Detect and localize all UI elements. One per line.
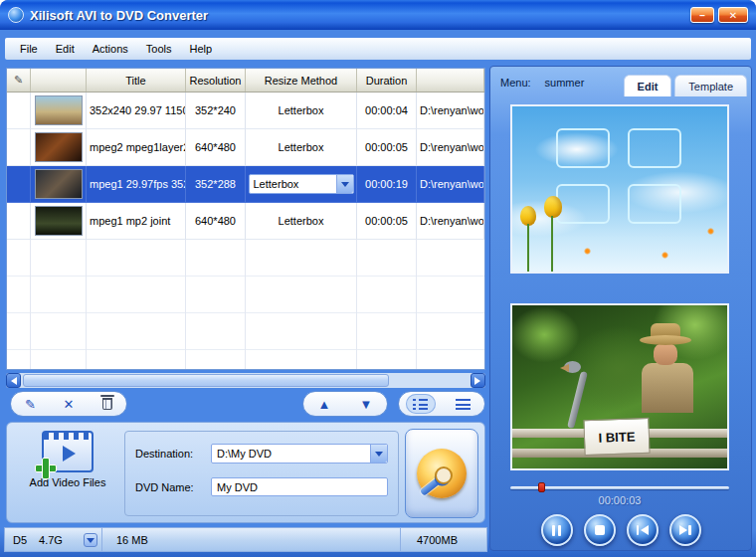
trash-icon [102, 398, 112, 410]
tab-template[interactable]: Template [674, 75, 747, 96]
template-frame [628, 184, 681, 224]
row-resize-method: Letterbox [246, 93, 357, 129]
stop-button[interactable] [584, 514, 616, 546]
title-bar[interactable]: Xilisoft AVI to DVD Converter – ✕ [0, 0, 756, 30]
row-path: D:\renyan\wor [417, 203, 484, 240]
tab-edit[interactable]: Edit [624, 75, 672, 96]
table-row-selected[interactable]: mpeg1 29.97fps 352 352*288 Letterbox 00:… [7, 166, 484, 203]
edit-icon: ✎ [25, 397, 36, 412]
menu-tools[interactable]: Tools [137, 40, 181, 58]
detail-view-icon [413, 399, 428, 410]
destination-value: D:\My DVD [212, 448, 370, 460]
pause-button[interactable] [541, 514, 573, 546]
video-preview: I BITE [510, 303, 729, 470]
clear-button[interactable] [93, 394, 122, 414]
total-size: 4700MB [417, 534, 458, 546]
minimize-button[interactable]: – [690, 7, 714, 23]
remove-button[interactable]: ✕ [54, 394, 84, 414]
disc-size-dropdown[interactable] [84, 533, 97, 547]
table-row[interactable]: 352x240 29.97 1150 352*240 Letterbox 00:… [7, 93, 484, 129]
edit-tools-group: ✎ ✕ [10, 391, 127, 417]
down-arrow-icon: ▼ [360, 397, 373, 412]
thumbnail-column-header[interactable] [31, 69, 87, 92]
man [642, 363, 693, 413]
path-column-header[interactable] [417, 69, 484, 92]
seek-handle[interactable] [538, 482, 545, 492]
row-title: 352x240 29.97 1150 [87, 93, 186, 129]
close-button[interactable]: ✕ [718, 7, 748, 23]
menu-file[interactable]: File [11, 40, 47, 58]
burn-disc-icon [417, 449, 467, 498]
view-tools-group [398, 391, 485, 417]
burn-button[interactable] [405, 429, 478, 518]
menu-help[interactable]: Help [180, 40, 221, 58]
row-resolution: 352*240 [186, 93, 246, 129]
window-controls: – ✕ [690, 7, 748, 23]
move-down-button[interactable]: ▼ [351, 394, 381, 414]
flower-sparkle [584, 248, 591, 255]
skip-back-icon [637, 525, 640, 535]
scroll-left-icon[interactable] [6, 373, 21, 388]
horizontal-scrollbar[interactable] [6, 373, 485, 388]
output-panel: Add Video Files Destination: D:\My DVD D… [6, 422, 485, 523]
destination-label: Destination: [135, 448, 193, 460]
skip-forward-icon [679, 525, 687, 535]
resolution-column-header[interactable]: Resolution [186, 69, 246, 92]
edit-button[interactable]: ✎ [15, 394, 45, 414]
template-frame [628, 128, 681, 168]
total-size-segment: 4700MB [401, 528, 486, 551]
row-resolution: 640*480 [186, 203, 246, 240]
template-frame [556, 184, 610, 224]
edit-column-header[interactable]: ✎ [7, 69, 31, 92]
preview-panel: Menu: summer Edit Template [489, 66, 752, 551]
row-title: mpeg1 29.97fps 352 [87, 166, 186, 203]
toolbar: ✎ ✕ ▲ ▼ [6, 391, 485, 419]
pause-icon [552, 525, 555, 536]
move-up-button[interactable]: ▲ [309, 394, 339, 414]
bite-sign: I BITE [583, 418, 650, 456]
disc-size: 4.7G [39, 534, 63, 546]
table-row[interactable]: mpeg2 mpeg1layer2 640*480 Letterbox 00:0… [7, 129, 484, 166]
menu-edit[interactable]: Edit [47, 40, 84, 58]
playback-controls [490, 514, 751, 546]
title-column-header[interactable]: Title [87, 69, 186, 92]
list-view-icon [456, 399, 471, 410]
row-path: D:\renyan\wor [417, 93, 484, 129]
app-icon [8, 7, 24, 23]
menu-actions[interactable]: Actions [84, 40, 137, 58]
row-duration: 00:00:05 [357, 129, 417, 166]
detail-view-button[interactable] [406, 394, 436, 414]
menu-template-name: summer [545, 77, 585, 89]
wrench-icon [420, 473, 446, 496]
dropdown-arrow-icon[interactable] [336, 175, 353, 193]
app-window: Xilisoft AVI to DVD Converter – ✕ File E… [0, 0, 756, 557]
resize-method-combobox[interactable]: Letterbox [249, 174, 354, 194]
video-thumbnail [35, 169, 83, 199]
previous-button[interactable] [627, 514, 659, 546]
scrollbar-thumb[interactable] [23, 374, 389, 387]
video-thumbnail [35, 132, 83, 162]
row-resize-method: Letterbox [246, 203, 357, 240]
destination-dropdown[interactable]: D:\My DVD [211, 444, 388, 464]
video-thumbnail [35, 95, 83, 125]
resize-method-column-header[interactable]: Resize Method [246, 69, 357, 92]
menu-template-preview [510, 104, 729, 274]
table-row[interactable]: mpeg1 mp2 joint 640*480 Letterbox 00:00:… [7, 203, 484, 240]
dvd-name-input[interactable] [211, 477, 388, 496]
next-button[interactable] [669, 514, 701, 546]
delete-icon: ✕ [64, 397, 75, 412]
close-icon: ✕ [729, 10, 737, 21]
flower-sparkle [662, 252, 668, 259]
list-view-button[interactable] [449, 394, 478, 414]
pencil-icon: ✎ [14, 74, 23, 87]
menu-bar: File Edit Actions Tools Help [5, 38, 751, 60]
seek-slider[interactable] [510, 482, 729, 492]
empty-grid-area [7, 240, 484, 369]
dropdown-arrow-icon[interactable] [370, 445, 387, 463]
preview-tabs: Edit Template [624, 75, 747, 96]
add-video-files-button[interactable]: Add Video Files [15, 427, 120, 520]
scroll-right-icon[interactable] [471, 373, 485, 388]
duration-column-header[interactable]: Duration [357, 69, 417, 92]
row-title: mpeg1 mp2 joint [87, 203, 186, 240]
add-video-icon [42, 431, 94, 472]
